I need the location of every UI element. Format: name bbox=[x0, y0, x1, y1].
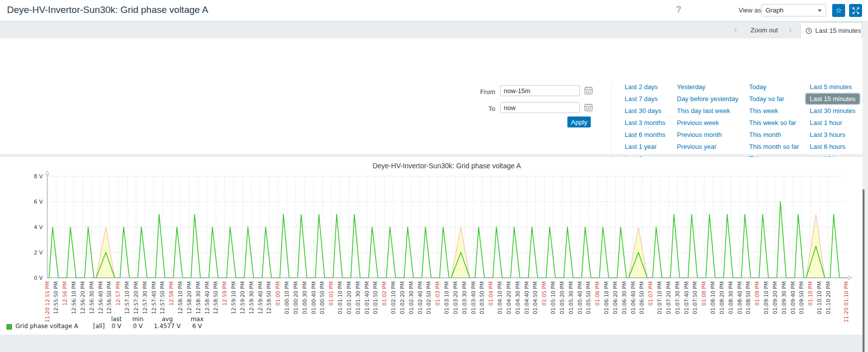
scrollbar bbox=[863, 21, 868, 352]
x-tick-label: 12:59:30 PM bbox=[248, 281, 254, 314]
x-tick-label: 01:08:30 PM bbox=[728, 281, 734, 314]
x-tick-label: 12:56:50 PM bbox=[106, 281, 112, 314]
x-tick-label: 01:01:10 PM bbox=[337, 281, 343, 314]
x-tick-label: 12:56:40 PM bbox=[98, 281, 104, 314]
quick-range-link[interactable]: Last 1 year bbox=[625, 141, 665, 153]
x-tick-label: 01:00:30 PM bbox=[302, 281, 308, 314]
time-filter-panel: From To Apply Last 2 daysLast 7 daysLast… bbox=[0, 38, 863, 154]
y-tick-label: 6 V bbox=[34, 199, 43, 205]
x-tick-label: 12:59:50 PM bbox=[266, 281, 272, 314]
x-tick-label: 01:05:20 PM bbox=[559, 281, 565, 314]
x-tick-label: 01:07:20 PM bbox=[665, 281, 671, 314]
x-tick-label: 01:02:30 PM bbox=[408, 281, 414, 314]
quick-range-selected[interactable]: Last 15 minutes bbox=[806, 94, 860, 104]
x-edge-label: 11-20 12:55 PM bbox=[44, 281, 50, 323]
x-tick-label: 01:06:20 PM bbox=[612, 281, 618, 314]
quick-range-link[interactable]: This week so far bbox=[749, 117, 799, 129]
x-tick-label: 01:02:50 PM bbox=[426, 281, 432, 314]
x-tick-label: 01:03:10 PM bbox=[443, 281, 449, 314]
quick-range-link[interactable]: Yesterday bbox=[677, 81, 739, 93]
quick-range-link[interactable]: Last 3 months bbox=[625, 117, 665, 129]
x-tick-label: 01:08 PM bbox=[701, 281, 707, 306]
page: { "header": { "title": "Deye-HV-Invertor… bbox=[0, 0, 868, 352]
x-tick-label: 01:06 PM bbox=[594, 281, 600, 306]
x-tick-label: 01:03:20 PM bbox=[452, 281, 458, 314]
quick-range-link[interactable]: This month so far bbox=[749, 141, 799, 153]
x-tick-label: 01:10 PM bbox=[807, 281, 813, 306]
quick-range-link[interactable]: Previous month bbox=[677, 129, 739, 141]
view-as-select[interactable]: Graph bbox=[761, 4, 826, 16]
x-tick-label: 12:58 PM bbox=[168, 281, 174, 306]
quick-range-link[interactable]: Last 5 minutes bbox=[810, 81, 860, 93]
quick-range-link[interactable]: Last 2 days bbox=[625, 81, 665, 93]
x-tick-label: 12:57:30 PM bbox=[142, 281, 148, 314]
x-tick-label: 12:57:10 PM bbox=[124, 281, 130, 314]
quick-range-link[interactable]: This month bbox=[749, 129, 799, 141]
x-tick-label: 12:55:50 PM bbox=[53, 281, 59, 314]
x-tick-label: 01:03:50 PM bbox=[479, 281, 485, 314]
fullscreen-button[interactable] bbox=[849, 4, 862, 17]
quick-range-link[interactable]: Today so far bbox=[749, 93, 799, 105]
quick-range-link[interactable]: Last 1 hour bbox=[810, 117, 860, 129]
from-input[interactable] bbox=[500, 85, 580, 96]
x-tick-label: 01:10:20 PM bbox=[825, 281, 831, 314]
x-tick-label: 01:09:10 PM bbox=[763, 281, 769, 314]
scrollbar-thumb[interactable] bbox=[863, 189, 865, 352]
x-tick-label: 12:56:30 PM bbox=[89, 281, 95, 314]
x-axis-arrow-icon bbox=[848, 276, 852, 280]
quick-range-link[interactable]: This week bbox=[749, 105, 799, 117]
to-calendar-button[interactable] bbox=[583, 103, 593, 113]
x-tick-label: 01:08:20 PM bbox=[719, 281, 725, 314]
apply-button[interactable]: Apply bbox=[567, 117, 591, 127]
quick-ranges-column: Last 2 daysLast 7 daysLast 30 daysLast 3… bbox=[625, 81, 665, 165]
x-tick-label: 12:59:20 PM bbox=[239, 281, 245, 314]
x-tick-label: 12:58:10 PM bbox=[177, 281, 183, 314]
favorite-button[interactable]: ☆ bbox=[832, 4, 845, 17]
from-label: From bbox=[465, 88, 495, 96]
from-calendar-button[interactable] bbox=[583, 86, 593, 96]
to-input[interactable] bbox=[500, 102, 580, 113]
x-tick-label: 01:07:50 PM bbox=[692, 281, 698, 314]
x-tick-label: 01:00:10 PM bbox=[284, 281, 290, 314]
help-icon[interactable]: ? bbox=[676, 4, 681, 15]
time-forward-button[interactable]: › bbox=[789, 25, 792, 35]
to-label: To bbox=[465, 105, 495, 113]
quick-range-link[interactable]: Last 30 days bbox=[625, 105, 665, 117]
quick-range-link[interactable]: Last 15 minutes bbox=[810, 93, 860, 105]
time-tab-bar: ‹ Zoom out › Last 15 minutes bbox=[0, 21, 868, 38]
quick-range-link[interactable]: Last 7 days bbox=[625, 93, 665, 105]
x-tick-label: 01:08:40 PM bbox=[737, 281, 743, 314]
quick-range-link[interactable]: Today bbox=[749, 81, 799, 93]
x-tick-label: 01:04:40 PM bbox=[524, 281, 530, 314]
chart-plot[interactable]: 12:55:50 PM12:56 PM12:56:10 PM12:56:20 P… bbox=[0, 157, 868, 335]
x-tick-label: 01:01:50 PM bbox=[372, 281, 378, 314]
time-back-button[interactable]: ‹ bbox=[734, 25, 737, 35]
x-tick-label: 01:06:50 PM bbox=[639, 281, 645, 314]
quick-range-link[interactable]: Last 6 months bbox=[625, 129, 665, 141]
quick-range-link[interactable]: Last 3 hours bbox=[810, 129, 860, 141]
x-tick-label: 01:06:40 PM bbox=[630, 281, 636, 314]
x-tick-label: 12:59:10 PM bbox=[230, 281, 236, 314]
x-tick-label: 01:02:40 PM bbox=[417, 281, 423, 314]
zoom-out-button[interactable]: Zoom out bbox=[751, 26, 778, 34]
x-tick-label: 12:57:20 PM bbox=[133, 281, 139, 314]
quick-range-link[interactable]: Previous week bbox=[677, 117, 739, 129]
x-tick-label: 01:09:20 PM bbox=[772, 281, 778, 314]
fullscreen-icon bbox=[852, 7, 860, 14]
x-tick-label: 12:59 PM bbox=[221, 281, 227, 306]
quick-range-link[interactable]: This day last week bbox=[677, 105, 739, 117]
x-tick-label: 01:08:10 PM bbox=[710, 281, 716, 314]
x-tick-label: 01:04:30 PM bbox=[515, 281, 521, 314]
quick-range-link[interactable]: Last 30 minutes bbox=[810, 105, 860, 117]
x-tick-label: 01:05:10 PM bbox=[550, 281, 556, 314]
x-tick-label: 01:02:10 PM bbox=[390, 281, 396, 314]
x-tick-label: 01:07:10 PM bbox=[656, 281, 662, 314]
x-tick-label: 01:01:30 PM bbox=[355, 281, 361, 314]
quick-range-link[interactable]: Last 6 hours bbox=[810, 141, 860, 153]
x-tick-label: 01:05:40 PM bbox=[577, 281, 583, 314]
quick-range-link[interactable]: Day before yesterday bbox=[677, 93, 739, 105]
quick-range-link[interactable]: Previous year bbox=[677, 141, 739, 153]
time-range-tab[interactable]: Last 15 minutes bbox=[800, 22, 862, 38]
view-as-label: View as bbox=[739, 6, 761, 14]
x-tick-label: 12:58:20 PM bbox=[186, 281, 192, 314]
